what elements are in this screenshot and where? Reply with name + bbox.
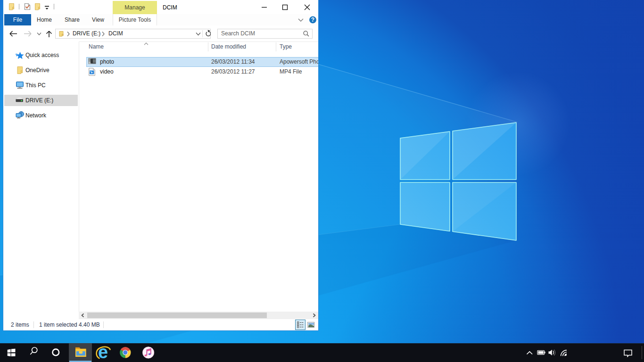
svg-text:?: ? <box>311 16 314 23</box>
svg-text:e: e <box>98 343 108 362</box>
